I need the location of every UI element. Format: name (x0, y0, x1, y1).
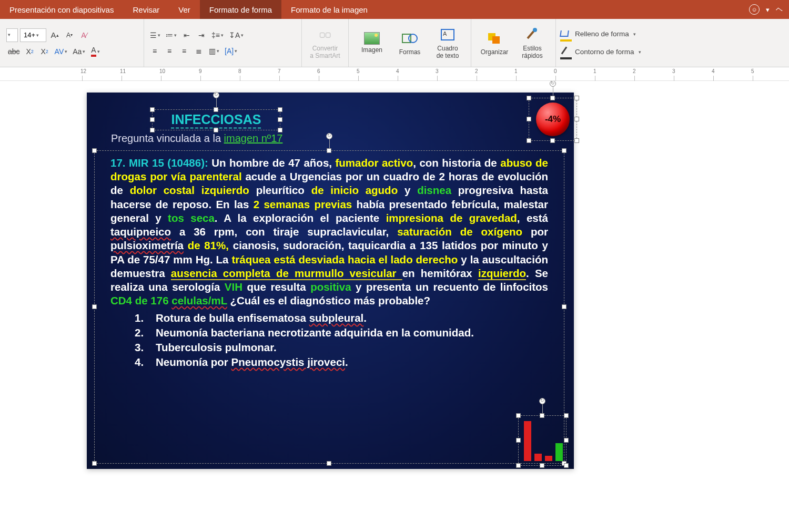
tab-picture-format[interactable]: Formato de la imagen (281, 0, 377, 19)
rotate-handle-icon[interactable] (550, 81, 556, 87)
smartart-label-2: a SmartArt (310, 52, 340, 59)
svg-point-4 (533, 28, 537, 32)
insert-shapes-button[interactable]: Formas (391, 21, 429, 65)
arrange-button[interactable]: Organizar (476, 21, 513, 65)
align-left-button[interactable]: ≡ (148, 45, 161, 57)
textbox-icon: A (439, 26, 456, 43)
image-link[interactable]: imagen nº17 (224, 132, 283, 144)
badge-shape[interactable]: -4% (529, 98, 577, 141)
answer-row: 3.Tuberculosis pulmonar. (135, 341, 548, 354)
change-case-button[interactable]: Aa▾ (71, 45, 87, 58)
decrease-font-button[interactable]: A▾ (63, 29, 76, 42)
bar-chart (524, 420, 563, 461)
shapes-label: Formas (399, 49, 421, 56)
collapse-ribbon-icon[interactable]: ヘ (776, 5, 783, 14)
answer-row: 2.Neumonía bacteriana necrotizante adqui… (135, 326, 548, 340)
line-spacing-button[interactable]: ‡≡▾ (210, 29, 225, 42)
character-spacing-button[interactable]: AV▾ (53, 45, 69, 58)
align-center-button[interactable]: ≡ (163, 45, 176, 57)
rotate-handle-icon[interactable] (539, 398, 545, 404)
tab-view[interactable]: Ver (169, 0, 200, 19)
increase-font-button[interactable]: A▴ (48, 29, 61, 42)
window-controls: ☺ ▾ ヘ (749, 0, 789, 19)
paint-bucket-icon (560, 28, 572, 40)
textbox-label-2: de texto (437, 52, 459, 59)
tab-shape-format[interactable]: Formato de forma (200, 0, 281, 19)
shape-style-group: Relleno de forma ▾ Contorno de forma ▾ (556, 19, 645, 67)
title-text: INFECCIOSAS (153, 110, 280, 129)
justify-button[interactable]: ≣ (193, 45, 205, 57)
insert-textbox-button[interactable]: A Cuadrode texto (429, 21, 467, 65)
answers-list: 1.Rotura de bulla enfisematosa subpleura… (110, 311, 548, 370)
columns-button[interactable]: ▥▾ (207, 45, 221, 57)
ribbon-tabs-row: Presentación con diapositivas Revisar Ve… (0, 0, 789, 19)
smartart-group: ▢▢ Convertira SmartArt (302, 19, 349, 67)
increase-indent-button[interactable]: ⇥ (195, 29, 208, 42)
decrease-indent-button[interactable]: ⇤ (180, 29, 193, 42)
body-textbox[interactable]: 17. MIR 15 (10486): Un hombre de 47 años… (94, 150, 564, 464)
answer-row: 1.Rotura de bulla enfisematosa subpleura… (135, 311, 548, 325)
rotate-handle-icon[interactable] (326, 133, 332, 139)
font-group: ▾ 14+ ▾ A▴ A▾ A⁄ abc X2 X2 AV▾ Aa▾ A▾ (2, 19, 144, 67)
image-icon (364, 32, 380, 45)
font-size-value: 14+ (24, 31, 35, 39)
insert-image-button[interactable]: Imagen (353, 21, 391, 65)
smartart-icon: ▢▢ (317, 26, 333, 43)
shape-fill-button[interactable]: Relleno de forma ▾ (560, 27, 641, 42)
arrange-label: Organizar (481, 49, 509, 56)
feedback-smiley-icon[interactable]: ☺ (749, 4, 760, 15)
question-number: 17. MIR 15 (10486): (110, 157, 208, 169)
subtitle-text: Pregunta vinculada a la imagen nº17 (111, 132, 282, 145)
account-chevron-icon[interactable]: ▾ (766, 6, 770, 14)
badge-value: -4% (545, 114, 561, 125)
superscript-button[interactable]: X2 (24, 45, 36, 58)
horizontal-ruler[interactable]: 1211109876543210123456789101112 (0, 67, 789, 81)
svg-rect-3 (492, 36, 500, 44)
font-size-combo[interactable]: 14+ ▾ (20, 28, 46, 42)
font-color-button[interactable]: A▾ (89, 45, 102, 58)
align-right-button[interactable]: ≡ (178, 45, 190, 57)
quick-styles-button[interactable]: Estilosrápidos (513, 21, 551, 65)
numbering-button[interactable]: ≔▾ (164, 29, 178, 42)
align-text-button[interactable]: [A]▾ (223, 45, 239, 57)
insert-group: Imagen Formas A Cuadrode texto (349, 19, 471, 67)
shape-outline-label: Contorno de forma (575, 48, 634, 56)
rotate-handle-icon[interactable] (213, 92, 219, 98)
subtitle-pre: Pregunta vinculada a la (111, 132, 224, 144)
bullets-button[interactable]: ☰▾ (148, 29, 162, 42)
badge-circle: -4% (536, 103, 570, 136)
svg-point-1 (409, 34, 417, 43)
pen-outline-icon (560, 46, 572, 58)
answer-row: 4.Neumonía por Pneumocystis jiroveci. (135, 355, 548, 369)
ribbon: ▾ 14+ ▾ A▴ A▾ A⁄ abc X2 X2 AV▾ Aa▾ A▾ ☰▾… (0, 19, 789, 67)
smartart-label-1: Convertir (312, 45, 338, 52)
tab-slideshow[interactable]: Presentación con diapositivas (0, 0, 123, 19)
text-direction-button[interactable]: ↧A▾ (227, 29, 245, 42)
font-name-combo[interactable]: ▾ (6, 28, 18, 42)
strikethrough-button[interactable]: abc (6, 45, 22, 58)
body-text: 17. MIR 15 (10486): Un hombre de 47 años… (95, 151, 564, 376)
slide[interactable]: INFECCIOSAS Pregunta vinculada a la imag… (87, 93, 574, 469)
shape-outline-button[interactable]: Contorno de forma ▾ (560, 45, 641, 59)
title-textbox[interactable]: INFECCIOSAS (152, 109, 280, 130)
shape-fill-label: Relleno de forma (575, 30, 629, 38)
arrange-group: Organizar Estilosrápidos (471, 19, 556, 67)
brush-icon (524, 26, 541, 43)
qstyles-label-2: rápidos (522, 52, 542, 59)
subscript-button[interactable]: X2 (38, 45, 51, 58)
qstyles-label-1: Estilos (523, 45, 541, 52)
chart-shape[interactable] (518, 415, 567, 466)
arrange-icon (486, 30, 503, 47)
image-label: Imagen (361, 47, 382, 54)
slide-canvas[interactable]: INFECCIOSAS Pregunta vinculada a la imag… (0, 81, 789, 532)
clear-formatting-button[interactable]: A⁄ (78, 29, 90, 42)
convert-to-smartart-button: ▢▢ Convertira SmartArt (306, 21, 344, 65)
tab-review[interactable]: Revisar (123, 0, 169, 19)
shapes-icon (401, 30, 418, 47)
textbox-label-1: Cuadro (437, 45, 458, 52)
paragraph-group: ☰▾ ≔▾ ⇤ ⇥ ‡≡▾ ↧A▾ ≡ ≡ ≡ ≣ ▥▾ [A]▾ (144, 19, 302, 67)
